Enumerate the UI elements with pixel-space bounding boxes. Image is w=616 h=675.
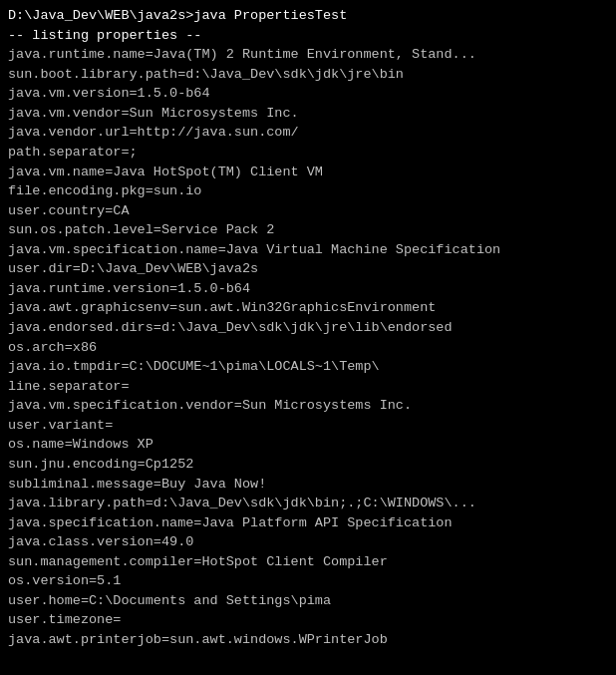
- terminal-line: java.vm.specification.name=Java Virtual …: [8, 240, 608, 260]
- terminal-line: java.awt.graphicsenv=sun.awt.Win32Graphi…: [8, 298, 608, 318]
- terminal-line: java.runtime.version=1.5.0-b64: [8, 279, 608, 299]
- terminal-line: sun.os.patch.level=Service Pack 2: [8, 220, 608, 240]
- terminal-line: sun.jnu.encoding=Cp1252: [8, 455, 608, 475]
- terminal-line: subliminal.message=Buy Java Now!: [8, 475, 608, 495]
- terminal-line: java.vendor.url=http://java.sun.com/: [8, 123, 608, 143]
- terminal-line: java.awt.printerjob=sun.awt.windows.WPri…: [8, 630, 608, 650]
- terminal-line: user.country=CA: [8, 201, 608, 221]
- terminal-line: os.name=Windows XP: [8, 435, 608, 455]
- terminal-line: file.encoding.pkg=sun.io: [8, 181, 608, 201]
- terminal-line: sun.management.compiler=HotSpot Client C…: [8, 552, 608, 572]
- terminal-line: java.vm.specification.vendor=Sun Microsy…: [8, 396, 608, 416]
- terminal-line: java.endorsed.dirs=d:\Java_Dev\sdk\jdk\j…: [8, 318, 608, 338]
- terminal-line: user.dir=D:\Java_Dev\WEB\java2s: [8, 259, 608, 279]
- terminal-line: os.arch=x86: [8, 338, 608, 358]
- terminal-line: -- listing properties --: [8, 26, 608, 46]
- terminal-line: java.class.version=49.0: [8, 532, 608, 552]
- terminal-line: java.vm.vendor=Sun Microsystems Inc.: [8, 104, 608, 124]
- terminal-line: user.variant=: [8, 416, 608, 436]
- terminal-line: path.separator=;: [8, 143, 608, 163]
- terminal-line: user.timezone=: [8, 610, 608, 630]
- terminal-line: user.home=C:\Documents and Settings\pima: [8, 591, 608, 611]
- terminal-line: java.vm.version=1.5.0-b64: [8, 84, 608, 104]
- terminal-line: os.version=5.1: [8, 571, 608, 591]
- terminal-line: java.runtime.name=Java(TM) 2 Runtime Env…: [8, 45, 608, 65]
- terminal-line: java.specification.name=Java Platform AP…: [8, 513, 608, 533]
- terminal-window: D:\Java_Dev\WEB\java2s>java PropertiesTe…: [0, 0, 616, 675]
- terminal-line: line.separator=: [8, 377, 608, 397]
- terminal-line: java.io.tmpdir=C:\DOCUME~1\pima\LOCALS~1…: [8, 357, 608, 377]
- terminal-line: sun.boot.library.path=d:\Java_Dev\sdk\jd…: [8, 65, 608, 85]
- terminal-line: java.library.path=d:\Java_Dev\sdk\jdk\bi…: [8, 494, 608, 513]
- terminal-line: D:\Java_Dev\WEB\java2s>java PropertiesTe…: [8, 6, 608, 26]
- terminal-line: java.vm.name=Java HotSpot(TM) Client VM: [8, 163, 608, 182]
